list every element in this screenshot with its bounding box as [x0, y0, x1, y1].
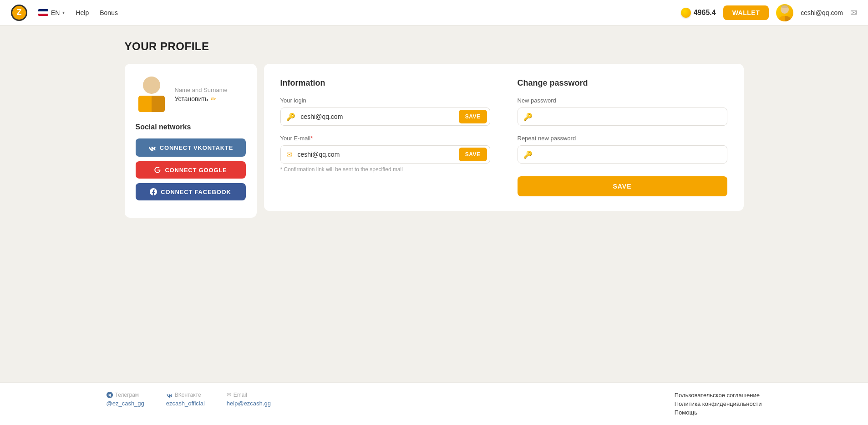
footer-policy-link-0[interactable]: Пользовательское соглашение — [675, 392, 762, 399]
new-password-label: New password — [518, 97, 727, 104]
page-title: YOUR PROFILE — [125, 40, 744, 53]
profile-avatar — [136, 77, 168, 112]
new-password-field-group: New password 🔑 — [518, 97, 727, 126]
key-icon: 🔑 — [281, 113, 301, 121]
repeat-password-input[interactable] — [538, 146, 727, 163]
repeat-password-input-wrapper: 🔑 — [518, 145, 727, 164]
message-icon[interactable]: ✉ — [850, 8, 857, 18]
info-section: Information Your login 🔑 SAVE Your E-mai… — [280, 78, 490, 196]
connect-google-button[interactable]: CONNECT GOOGLE — [136, 161, 246, 179]
header-right: 4965.4 WALLET ceshi@qq.com ✉ — [681, 4, 857, 21]
set-name-text: Установить — [175, 95, 208, 102]
footer-vk-handle[interactable]: ezcash_official — [166, 400, 205, 407]
email-input[interactable] — [298, 146, 456, 163]
nav-help[interactable]: Help — [76, 9, 89, 16]
coin-balance: 4965.4 — [681, 8, 716, 18]
shirt-left — [138, 96, 152, 112]
login-save-button[interactable]: SAVE — [459, 110, 487, 123]
balance-amount: 4965.4 — [694, 9, 716, 17]
profile-name-section: Name and Surname Установить ✏ — [175, 87, 228, 102]
logo[interactable]: Z — [11, 5, 27, 21]
user-email: ceshi@qq.com — [801, 9, 843, 16]
footer-email-label: ✉ Email — [227, 392, 271, 398]
password-icon: 🔑 — [518, 113, 538, 121]
new-password-input[interactable] — [538, 108, 727, 125]
footer-vk: ВКонтакте ezcash_official — [166, 392, 205, 407]
new-password-input-wrapper: 🔑 — [518, 108, 727, 126]
repeat-password-icon: 🔑 — [518, 150, 538, 159]
save-password-button[interactable]: SAVE — [518, 176, 727, 196]
footer-telegram: Телеграм @ez_cash_gg — [107, 392, 144, 407]
facebook-icon — [150, 188, 157, 195]
footer-telegram-handle[interactable]: @ez_cash_gg — [107, 400, 144, 407]
vk-btn-label: CONNECT VKONTAKTE — [160, 144, 233, 151]
avatar-head — [143, 77, 160, 94]
login-label: Your login — [280, 97, 490, 104]
footer-email-group: ✉ Email help@ezcash.gg — [227, 392, 271, 407]
connect-vkontakte-button[interactable]: CONNECT VKONTAKTE — [136, 138, 246, 157]
telegram-icon — [107, 392, 113, 398]
email-icon: ✉ — [281, 150, 298, 159]
email-label: Your E-mail* — [280, 135, 490, 142]
avatar[interactable] — [776, 4, 793, 21]
profile-layout: Name and Surname Установить ✏ Social net… — [125, 64, 744, 218]
main-content: YOUR PROFILE Name and Surname Установить… — [107, 26, 762, 382]
header: Z EN ▾ Help Bonus 4965.4 WALLET ceshi@qq… — [0, 0, 868, 26]
lang-label: EN — [51, 9, 60, 16]
left-card: Name and Surname Установить ✏ Social net… — [125, 64, 257, 218]
flag-icon — [38, 9, 48, 16]
edit-icon[interactable]: ✏ — [211, 95, 216, 102]
footer-vk-label: ВКонтакте — [166, 392, 205, 398]
coin-icon — [681, 8, 691, 18]
wallet-button[interactable]: WALLET — [723, 5, 769, 20]
login-field-group: Your login 🔑 SAVE — [280, 97, 490, 126]
facebook-btn-label: CONNECT FACEBOOK — [161, 189, 231, 195]
footer-policy-link-1[interactable]: Политика конфиденциальности — [675, 400, 762, 407]
google-btn-label: CONNECT GOOGLE — [165, 167, 227, 174]
connect-facebook-button[interactable]: CONNECT FACEBOOK — [136, 183, 246, 200]
footer-email-label-icon: ✉ — [227, 392, 231, 398]
footer-social: Телеграм @ez_cash_gg ВКонтакте ezcash_of… — [107, 392, 271, 407]
vk-icon — [148, 143, 156, 152]
svg-point-1 — [781, 5, 789, 8]
shirt-right — [152, 96, 165, 112]
footer-vk-icon — [166, 392, 173, 398]
email-field-group: Your E-mail* ✉ SAVE * Confirmation link … — [280, 135, 490, 173]
avatar-section: Name and Surname Установить ✏ — [136, 77, 246, 112]
password-title: Change password — [518, 78, 727, 88]
login-input[interactable] — [301, 108, 456, 125]
footer-email-address[interactable]: help@ezcash.gg — [227, 400, 271, 407]
avatar-body — [138, 96, 165, 112]
nav-bonus[interactable]: Bonus — [100, 9, 118, 16]
chevron-down-icon: ▾ — [62, 10, 65, 15]
repeat-password-label: Repeat new password — [518, 135, 727, 142]
header-nav: EN ▾ Help Bonus — [38, 9, 118, 16]
profile-set-name: Установить ✏ — [175, 95, 228, 102]
login-input-wrapper: 🔑 SAVE — [280, 108, 490, 126]
footer-policy-link-2[interactable]: Помощь — [675, 409, 762, 416]
password-section: Change password New password 🔑 Repeat ne… — [518, 78, 727, 196]
social-networks-title: Social networks — [136, 123, 246, 131]
repeat-password-field-group: Repeat new password 🔑 — [518, 135, 727, 164]
language-selector[interactable]: EN ▾ — [38, 9, 65, 16]
footer: Телеграм @ez_cash_gg ВКонтакте ezcash_of… — [0, 382, 868, 425]
email-input-wrapper: ✉ SAVE — [280, 145, 490, 164]
required-marker: * — [310, 135, 313, 142]
google-icon — [154, 166, 161, 174]
footer-telegram-label: Телеграм — [107, 392, 144, 398]
profile-name-label: Name and Surname — [175, 87, 228, 93]
info-title: Information — [280, 78, 490, 88]
email-save-button[interactable]: SAVE — [459, 148, 487, 161]
avatar-icon — [776, 4, 793, 21]
footer-inner: Телеграм @ez_cash_gg ВКонтакте ezcash_of… — [107, 392, 762, 416]
email-note: * Confirmation link will be sent to the … — [280, 166, 490, 173]
right-card: Information Your login 🔑 SAVE Your E-mai… — [264, 64, 744, 211]
right-card-inner: Information Your login 🔑 SAVE Your E-mai… — [280, 78, 727, 196]
footer-policy-links: Пользовательское соглашение Политика кон… — [675, 392, 762, 416]
